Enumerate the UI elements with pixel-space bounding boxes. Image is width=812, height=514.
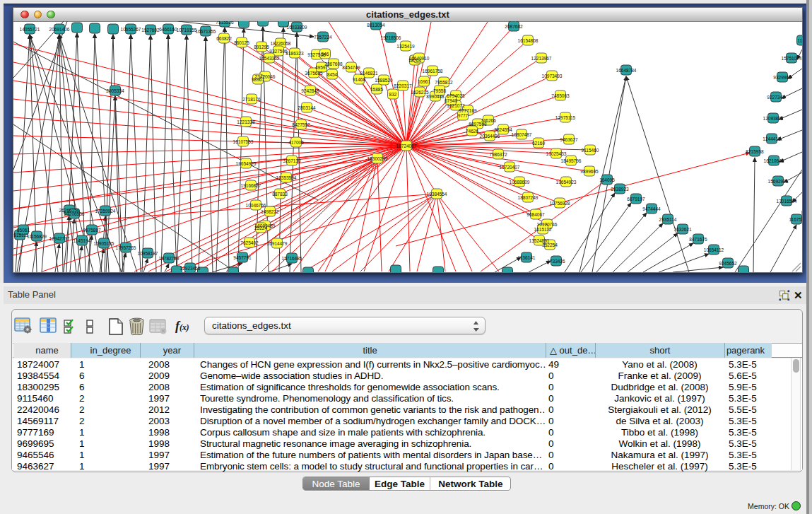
svg-text:62160: 62160 xyxy=(532,141,545,146)
svg-text:20364436: 20364436 xyxy=(480,134,500,139)
svg-text:10046766: 10046766 xyxy=(246,203,266,208)
svg-text:16648784: 16648784 xyxy=(616,68,637,73)
svg-text:18724007: 18724007 xyxy=(396,144,417,148)
svg-text:1244415: 1244415 xyxy=(763,136,781,141)
svg-text:12905135: 12905135 xyxy=(94,241,114,246)
svg-text:9115460: 9115460 xyxy=(582,148,599,153)
svg-text:3824554: 3824554 xyxy=(494,127,512,132)
svg-text:12093872: 12093872 xyxy=(763,116,784,121)
svg-text:10958187: 10958187 xyxy=(138,251,158,256)
svg-text:887833: 887833 xyxy=(272,192,288,197)
svg-text:1498222: 1498222 xyxy=(261,209,279,214)
svg-text:19654923: 19654923 xyxy=(556,180,577,185)
svg-text:2935114: 2935114 xyxy=(659,217,677,222)
svg-text:10654112: 10654112 xyxy=(704,247,724,252)
svg-text:18807249: 18807249 xyxy=(518,195,539,200)
svg-text:49597: 49597 xyxy=(315,65,328,70)
svg-text:8220317: 8220317 xyxy=(394,83,412,88)
svg-text:16033809: 16033809 xyxy=(287,25,307,30)
svg-text:8454: 8454 xyxy=(327,72,338,77)
svg-text:10807487: 10807487 xyxy=(512,132,532,137)
svg-text:67940: 67940 xyxy=(445,98,457,103)
svg-text:11156829: 11156829 xyxy=(27,234,47,239)
svg-text:6897568: 6897568 xyxy=(469,122,487,127)
svg-text:7625402: 7625402 xyxy=(240,240,259,245)
svg-text:12353594: 12353594 xyxy=(276,175,297,180)
svg-text:6466160: 6466160 xyxy=(159,27,177,32)
svg-text:20691406: 20691406 xyxy=(49,27,70,32)
svg-text:8813054: 8813054 xyxy=(367,23,385,28)
svg-text:9463627: 9463627 xyxy=(560,137,578,142)
svg-text:8990448: 8990448 xyxy=(426,94,445,99)
svg-text:9245652: 9245652 xyxy=(719,261,737,266)
svg-text:17016504: 17016504 xyxy=(777,199,797,204)
svg-text:9899695: 9899695 xyxy=(580,169,599,174)
svg-text:16543362: 16543362 xyxy=(259,56,280,61)
svg-text:19166827: 19166827 xyxy=(241,183,261,188)
svg-text:16640910: 16640910 xyxy=(409,56,430,61)
svg-text:7632621: 7632621 xyxy=(673,227,692,232)
svg-text:12975115: 12975115 xyxy=(555,115,576,120)
svg-text:2087682: 2087682 xyxy=(505,24,523,29)
svg-text:9242848: 9242848 xyxy=(301,88,319,93)
svg-text:16671355: 16671355 xyxy=(196,29,216,34)
svg-text:8215958: 8215958 xyxy=(746,149,764,154)
svg-text:7515526: 7515526 xyxy=(216,21,234,25)
svg-text:20206536: 20206536 xyxy=(64,211,85,216)
svg-text:252254: 252254 xyxy=(542,243,558,247)
svg-text:17957265: 17957265 xyxy=(116,245,136,250)
svg-text:19218506: 19218506 xyxy=(381,35,401,40)
svg-text:9146821: 9146821 xyxy=(360,71,378,76)
svg-text:12213967: 12213967 xyxy=(531,56,552,61)
svg-text:9327506: 9327506 xyxy=(269,49,288,54)
svg-text:10756928: 10756928 xyxy=(550,201,570,206)
svg-text:10120746: 10120746 xyxy=(537,222,558,227)
svg-text:1621072: 1621072 xyxy=(447,103,465,108)
svg-text:116753: 116753 xyxy=(789,217,802,222)
svg-text:9474444: 9474444 xyxy=(642,206,661,211)
svg-text:15751074: 15751074 xyxy=(782,56,802,61)
svg-text:7485063: 7485063 xyxy=(551,93,570,98)
svg-text:74626: 74626 xyxy=(466,129,478,134)
svg-text:15716485: 15716485 xyxy=(282,256,302,261)
svg-text:25224: 25224 xyxy=(254,226,267,230)
svg-text:16961: 16961 xyxy=(418,79,430,84)
svg-text:16914479: 16914479 xyxy=(267,241,288,246)
svg-text:9684067: 9684067 xyxy=(526,212,545,217)
svg-text:9777: 9777 xyxy=(458,113,469,118)
svg-text:16210643: 16210643 xyxy=(764,158,784,163)
svg-text:12923466: 12923466 xyxy=(180,266,201,271)
svg-text:16782759: 16782759 xyxy=(159,256,180,261)
svg-text:7955812: 7955812 xyxy=(435,80,453,85)
svg-text:18495796: 18495796 xyxy=(561,158,582,163)
svg-text:1733426: 1733426 xyxy=(547,259,565,264)
svg-text:9227343: 9227343 xyxy=(767,95,785,100)
svg-text:8427552: 8427552 xyxy=(292,122,310,127)
svg-text:417006: 417006 xyxy=(288,140,304,145)
svg-text:7986372: 7986372 xyxy=(489,152,507,157)
svg-text:2905334: 2905334 xyxy=(106,88,124,93)
svg-text:2718176: 2718176 xyxy=(242,97,261,102)
svg-text:10973493: 10973493 xyxy=(542,74,563,78)
svg-text:9329966: 9329966 xyxy=(773,75,792,80)
svg-text:10655267: 10655267 xyxy=(121,27,141,32)
svg-text:9777169: 9777169 xyxy=(459,108,477,113)
svg-text:91468: 91468 xyxy=(353,77,365,82)
svg-text:8186323: 8186323 xyxy=(286,51,304,56)
svg-text:16961758: 16961758 xyxy=(423,69,443,74)
svg-text:10719155: 10719155 xyxy=(177,28,197,33)
svg-text:16154808: 16154808 xyxy=(518,38,539,43)
svg-text:85061: 85061 xyxy=(17,228,30,233)
svg-text:15720407: 15720407 xyxy=(500,165,520,170)
svg-text:8471676: 8471676 xyxy=(689,237,707,242)
svg-text:6794028: 6794028 xyxy=(447,93,465,98)
svg-text:1527602: 1527602 xyxy=(141,28,160,33)
svg-text:7357224: 7357224 xyxy=(314,35,332,40)
svg-text:10025433: 10025433 xyxy=(546,151,567,156)
svg-text:8454749: 8454749 xyxy=(342,65,360,70)
svg-text:663822: 663822 xyxy=(216,36,232,41)
svg-text:15885: 15885 xyxy=(370,87,383,92)
svg-text:19384554: 19384554 xyxy=(427,192,447,197)
svg-text:1145194: 1145194 xyxy=(73,238,91,243)
svg-text:98961: 98961 xyxy=(252,77,264,82)
